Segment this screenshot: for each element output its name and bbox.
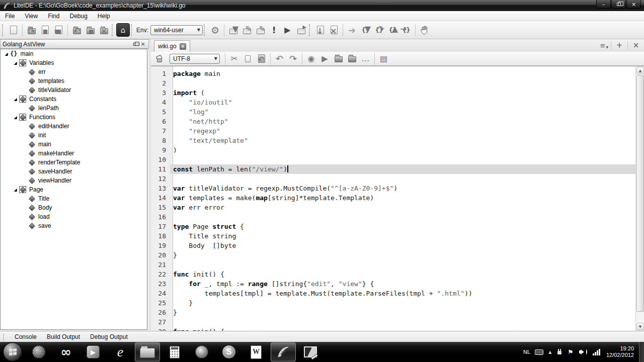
code-line-22[interactable]: 22func init() {: [151, 269, 635, 279]
start-button[interactable]: [3, 342, 22, 361]
tree-item-Page[interactable]: ◢Page: [1, 185, 147, 194]
code-line-26[interactable]: 26}: [151, 308, 635, 317]
step-into-button[interactable]: {}▼: [359, 23, 372, 37]
code-line-6[interactable]: 6 "net/http": [151, 117, 635, 126]
run-button[interactable]: ▶: [281, 23, 294, 37]
keyboard-icon[interactable]: [535, 349, 543, 355]
code-line-2[interactable]: 2: [151, 78, 635, 88]
taskbar-clock[interactable]: 19:20 12/02/2012: [606, 345, 634, 358]
taskbar-word[interactable]: W: [244, 342, 269, 361]
hidden-icons-button[interactable]: ▲: [548, 350, 551, 354]
menu-debug[interactable]: Debug: [64, 12, 92, 21]
print-preview-button[interactable]: [345, 52, 359, 65]
readonly-toggle-button[interactable]: [153, 52, 167, 65]
code-line-19[interactable]: 19 Body []byte: [151, 241, 635, 250]
toolbar-drag-handle[interactable]: [204, 24, 206, 36]
start-debug-button[interactable]: ↓: [313, 23, 327, 37]
output-tab-console[interactable]: Console: [10, 332, 42, 341]
tree-item-viewHandler[interactable]: viewHandler: [1, 176, 147, 185]
expander-icon[interactable]: ◢: [13, 97, 18, 102]
stop-debug-button[interactable]: ×: [327, 23, 341, 37]
volume-icon[interactable]: [579, 349, 587, 354]
output-tab-debug-output[interactable]: Debug Output: [85, 332, 133, 341]
code-line-5[interactable]: 5 "log": [151, 107, 635, 117]
save-file-button[interactable]: ▪: [38, 23, 52, 37]
tree-item-Title[interactable]: Title: [1, 194, 147, 203]
env-dropdown[interactable]: win64-user ▼: [150, 25, 203, 35]
tree-item-main[interactable]: main: [1, 140, 147, 149]
taskbar-file-explorer[interactable]: [135, 342, 160, 361]
minimize-button[interactable]: –: [596, 0, 611, 9]
scrollbar-thumb[interactable]: [636, 75, 644, 312]
code-line-10[interactable]: 10: [151, 155, 635, 164]
restore-button[interactable]: [611, 0, 626, 9]
step-over-button[interactable]: {}↷: [372, 23, 386, 37]
taskbar-image-editor[interactable]: [298, 342, 323, 361]
code-line-3[interactable]: 3import (: [151, 88, 635, 98]
code-line-15[interactable]: 15var err error: [151, 203, 635, 212]
new-tab-button[interactable]: +: [613, 40, 625, 50]
more-tools-button[interactable]: …: [359, 52, 372, 65]
build-and-edit-button[interactable]: ✎: [240, 23, 254, 37]
tree-item-load[interactable]: load: [1, 212, 147, 221]
new-file-button[interactable]: [7, 23, 20, 37]
tree-item-err[interactable]: err: [1, 67, 147, 76]
run-with-build-button[interactable]: ▶: [294, 23, 308, 37]
paste-button[interactable]: ↶: [255, 52, 268, 65]
title-bar[interactable]: LiteIDE - E:\Go\GoBoek\code_examples\cha…: [0, 0, 644, 11]
language-indicator[interactable]: NL: [523, 349, 530, 355]
code-line-20[interactable]: 20}: [151, 250, 635, 260]
home-button[interactable]: ⌂: [116, 23, 130, 37]
code-line-27[interactable]: 27: [151, 317, 635, 327]
build-button[interactable]: ▼: [226, 23, 240, 37]
save-all-button[interactable]: ▪▪: [52, 23, 65, 37]
word-wrap-button[interactable]: ▤: [377, 52, 390, 65]
code-line-7[interactable]: 7 "regexp": [151, 126, 635, 136]
network-signal-icon[interactable]: [592, 349, 600, 355]
run-to-cursor-button[interactable]: {}→: [399, 23, 413, 37]
toolbar-drag-handle[interactable]: [112, 24, 114, 36]
menu-view[interactable]: View: [20, 12, 43, 21]
menu-help[interactable]: Help: [93, 12, 115, 21]
file-list-button[interactable]: ≡▼: [597, 40, 609, 50]
code-line-13[interactable]: 13var titleValidator = regexp.MustCompil…: [151, 184, 635, 193]
undo-button[interactable]: ↶: [273, 52, 286, 65]
tree-item-makeHandler[interactable]: makeHandler: [1, 149, 147, 158]
taskbar-skype[interactable]: S: [216, 342, 242, 361]
code-line-9[interactable]: 9): [151, 145, 635, 155]
vertical-scrollbar[interactable]: ▲ ▼: [635, 66, 644, 331]
encoding-dropdown[interactable]: UTF-8 ▼: [170, 54, 220, 64]
expander-icon[interactable]: ◢: [13, 61, 18, 65]
copy-button[interactable]: [241, 52, 255, 65]
tree-item-lenPath[interactable]: lenPath: [1, 104, 147, 113]
options-button[interactable]: ⚙: [208, 23, 222, 37]
taskbar-internet-explorer[interactable]: e: [108, 342, 133, 361]
action-center-flag-icon[interactable]: ⚑: [568, 348, 574, 356]
code-area[interactable]: 1package main23import (4 "io/ioutil"5 "l…: [151, 66, 644, 331]
code-line-23[interactable]: 23 for _, tmpl := range []string{"edit",…: [151, 279, 635, 289]
redo-button[interactable]: ↷: [286, 52, 300, 65]
close-button[interactable]: ×: [626, 0, 641, 9]
expander-icon[interactable]: ◢: [13, 188, 18, 192]
cut-button[interactable]: ✂: [227, 52, 241, 65]
scroll-down-button[interactable]: ▼: [636, 323, 644, 330]
tab-close-icon[interactable]: ×: [180, 43, 186, 50]
record-macro-button[interactable]: ◉: [304, 52, 318, 65]
show-desktop-button[interactable]: [639, 342, 644, 362]
float-panel-button[interactable]: [131, 41, 138, 48]
toolbar-drag-handle[interactable]: [131, 24, 133, 36]
pause-button[interactable]: [418, 23, 431, 37]
close-panel-button[interactable]: ×: [139, 41, 146, 48]
taskbar-media-player[interactable]: ▶: [80, 342, 106, 361]
tree-item-init[interactable]: init: [1, 131, 147, 140]
code-line-21[interactable]: 21: [151, 260, 635, 269]
code-line-18[interactable]: 18 Title string: [151, 231, 635, 241]
tree-item-save[interactable]: save: [1, 221, 147, 230]
taskbar-firefox[interactable]: [189, 342, 214, 361]
scroll-up-button[interactable]: ▲: [636, 67, 644, 74]
tree-item-Variables[interactable]: ◢Variables: [1, 58, 147, 67]
tree-item-templates[interactable]: templates: [1, 76, 147, 85]
code-line-17[interactable]: 17type Page struct {: [151, 222, 635, 231]
power-icon[interactable]: [557, 349, 562, 355]
toolbar-drag-handle[interactable]: [309, 24, 311, 36]
